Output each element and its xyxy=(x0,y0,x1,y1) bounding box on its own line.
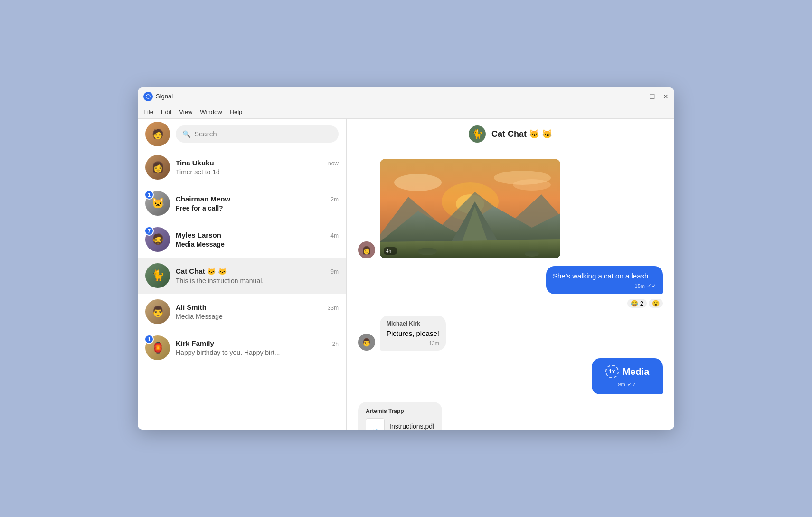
received-message-text-michael: Pictures, please! xyxy=(387,328,439,338)
media-label: Media xyxy=(623,366,650,377)
sidebar: 🧑 🔍 👩 Tina Ukuku xyxy=(138,119,347,430)
app-window: Signal — ☐ ✕ File Edit View Window Help … xyxy=(138,87,674,430)
conv-info-kirk: Kirk Family 2h Happy birthday to you. Ha… xyxy=(176,339,339,356)
pdf-filename: Instructions.pdf xyxy=(389,422,434,430)
conv-preview-kirk: Happy birthday to you. Happy birt... xyxy=(176,349,339,356)
menu-file[interactable]: File xyxy=(143,108,153,115)
close-button[interactable]: ✕ xyxy=(663,93,669,100)
window-controls: — ☐ ✕ xyxy=(635,93,669,100)
conv-time-ali: 33m xyxy=(328,305,339,311)
avatar-ccat: 🐈 xyxy=(145,263,170,288)
reaction-laugh: 😂 2 xyxy=(627,299,647,308)
conv-info-ali: Ali Smith 33m Media Message xyxy=(176,303,339,320)
bubble-sent-text: She's walking a cat on a leash ... 15m ✓… xyxy=(546,266,663,294)
conv-name-tina: Tina Ukuku xyxy=(176,159,214,167)
conv-name-kirk: Kirk Family xyxy=(176,339,214,347)
user-avatar[interactable]: 🧑 xyxy=(145,122,170,146)
avatar-sender-img: 👩 xyxy=(358,241,375,258)
message-reactions: 😂 2 😮 xyxy=(627,299,663,308)
title-bar: Signal — ☐ ✕ xyxy=(138,87,674,105)
chat-area: 🐈 Cat Chat 🐱 🐱 👩 xyxy=(347,119,674,430)
conv-info-tina: Tina Ukuku now Timer set to 1d xyxy=(176,159,339,176)
bubble-sender-michael: Michael Kirk xyxy=(387,320,439,327)
svg-point-12 xyxy=(418,248,437,255)
svg-text:4h: 4h xyxy=(386,249,391,254)
media-label-row: 1x Media xyxy=(605,365,650,378)
chat-messages[interactable]: 👩 xyxy=(347,149,674,430)
avatar-kirk: 1 🏮 xyxy=(145,335,170,360)
conv-name-chairman: Chairman Meow xyxy=(176,195,230,203)
bubble-received-michael: Michael Kirk Pictures, please! 13m xyxy=(380,316,446,351)
bubble-meta-michael: 13m xyxy=(387,340,439,346)
svg-point-4 xyxy=(394,174,442,191)
conv-info-ccat: Cat Chat 🐱 🐱 9m This is the instruction … xyxy=(176,267,339,285)
media-message[interactable]: 1x Media 9m ✓✓ xyxy=(592,358,663,394)
chat-header: 🐈 Cat Chat 🐱 🐱 xyxy=(347,119,674,149)
conversation-item-ali[interactable]: 👨 Ali Smith 33m Media Message xyxy=(138,294,346,330)
avatar-ali: 👨 xyxy=(145,299,170,324)
conv-preview-ccat: This is the instruction manual. xyxy=(176,277,339,285)
conv-preview-chairman: Free for a call? xyxy=(176,204,339,212)
conv-time-ccat: 9m xyxy=(330,268,339,275)
conversation-item-myles[interactable]: 7 🧔 Myles Larson 4m Media Message xyxy=(138,221,346,258)
pdf-file-row: 📄 PDF Instructions.pdf 21.04 KB xyxy=(366,418,434,430)
media-count-badge: 1x xyxy=(605,365,619,378)
menu-edit[interactable]: Edit xyxy=(161,108,171,115)
chat-title: Cat Chat 🐱 🐱 xyxy=(491,129,552,139)
message-row-image: 👩 xyxy=(358,159,663,258)
conv-preview-ali: Media Message xyxy=(176,313,339,320)
conv-time-chairman: 2m xyxy=(330,196,339,203)
pdf-file-info: Instructions.pdf 21.04 KB xyxy=(389,422,434,430)
pdf-sender: Artemis Trapp xyxy=(366,408,434,414)
avatar-michael: 👨 xyxy=(358,334,375,351)
badge-myles: 7 xyxy=(144,226,154,236)
media-count: 1x xyxy=(609,368,615,375)
pdf-message: Artemis Trapp 📄 PDF Instructions.pdf 21.… xyxy=(358,402,442,430)
conv-time-myles: 4m xyxy=(330,232,339,239)
search-icon: 🔍 xyxy=(182,130,190,138)
conv-name-ccat: Cat Chat 🐱 🐱 xyxy=(176,267,227,276)
message-row-sent-text: She's walking a cat on a leash ... 15m ✓… xyxy=(358,266,663,308)
menu-help[interactable]: Help xyxy=(230,108,243,115)
conv-info-chairman: Chairman Meow 2m Free for a call? xyxy=(176,195,339,212)
message-row-received-michael: 👨 Michael Kirk Pictures, please! 13m xyxy=(358,316,663,351)
media-meta: 9m ✓✓ xyxy=(618,381,636,388)
conv-name-ali: Ali Smith xyxy=(176,303,207,311)
message-row-pdf: Artemis Trapp 📄 PDF Instructions.pdf 21.… xyxy=(358,402,663,430)
search-input[interactable] xyxy=(194,130,332,138)
app-logo xyxy=(143,92,153,101)
maximize-button[interactable]: ☐ xyxy=(649,93,655,100)
conversation-item-tina[interactable]: 👩 Tina Ukuku now Timer set to 1d xyxy=(138,149,346,185)
conversation-item-chairman[interactable]: 1 🐱 Chairman Meow 2m Free for a call? xyxy=(138,185,346,221)
conv-time-kirk: 2h xyxy=(332,341,339,347)
reaction-wow: 😮 xyxy=(649,299,663,308)
pdf-file-icon: 📄 PDF xyxy=(366,418,385,430)
search-bar[interactable]: 🔍 xyxy=(176,125,339,143)
conversation-item-ccat[interactable]: 🐈 Cat Chat 🐱 🐱 9m This is the instructio… xyxy=(138,258,346,294)
chat-header-avatar: 🐈 xyxy=(469,125,486,143)
svg-point-13 xyxy=(525,251,539,257)
minimize-button[interactable]: — xyxy=(635,93,642,100)
sent-message-text: She's walking a cat on a leash ... xyxy=(553,271,656,281)
conv-info-myles: Myles Larson 4m Media Message xyxy=(176,231,339,248)
image-message[interactable]: 4h xyxy=(380,159,560,258)
menu-window[interactable]: Window xyxy=(200,108,222,115)
badge-chairman: 1 xyxy=(144,190,154,200)
message-row-media: 1x Media 9m ✓✓ xyxy=(358,358,663,394)
menu-bar: File Edit View Window Help xyxy=(138,105,674,119)
conv-preview-tina: Timer set to 1d xyxy=(176,168,339,176)
conv-time-tina: now xyxy=(328,160,339,167)
sidebar-header: 🧑 🔍 xyxy=(138,119,346,149)
media-time: 9m xyxy=(618,382,625,387)
conversation-list: 👩 Tina Ukuku now Timer set to 1d 1 🐱 xyxy=(138,149,346,430)
menu-view[interactable]: View xyxy=(179,108,192,115)
app-title: Signal xyxy=(156,93,635,100)
avatar-tina: 👩 xyxy=(145,155,170,180)
badge-kirk: 1 xyxy=(144,335,154,344)
media-check-icon: ✓✓ xyxy=(627,381,637,388)
conversation-item-kirk[interactable]: 1 🏮 Kirk Family 2h Happy birthday to you… xyxy=(138,330,346,366)
sent-message-time: 15m xyxy=(635,283,645,289)
conv-name-myles: Myles Larson xyxy=(176,231,221,239)
double-check-icon: ✓✓ xyxy=(647,283,656,289)
avatar-myles: 7 🧔 xyxy=(145,227,170,252)
